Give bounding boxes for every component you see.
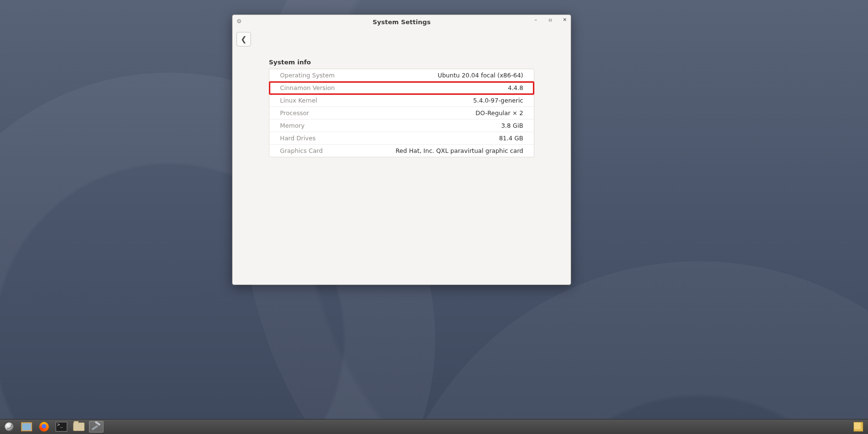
taskbar-show-desktop[interactable] bbox=[19, 421, 34, 433]
info-label: Hard Drives bbox=[280, 135, 316, 142]
taskbar-menu-button[interactable] bbox=[2, 421, 16, 433]
settings-icon bbox=[91, 422, 102, 432]
info-value: 5.4.0-97-generic bbox=[473, 97, 523, 104]
info-value: 3.8 GiB bbox=[501, 122, 523, 129]
firefox-icon bbox=[39, 422, 49, 432]
info-value: Ubuntu 20.04 focal (x86-64) bbox=[438, 72, 523, 79]
window-controls: – ▫ ✕ bbox=[533, 17, 568, 22]
info-label: Cinnamon Version bbox=[280, 84, 335, 91]
taskbar-firefox[interactable] bbox=[37, 421, 51, 433]
terminal-icon bbox=[56, 422, 67, 432]
taskbar-settings[interactable] bbox=[89, 421, 103, 433]
system-settings-window: ⚙ System Settings – ▫ ✕ ❮ System info Op… bbox=[232, 15, 571, 285]
info-label: Linux Kernel bbox=[280, 97, 317, 104]
chevron-left-icon: ❮ bbox=[241, 35, 247, 44]
info-label: Graphics Card bbox=[280, 147, 323, 154]
show-desktop-icon bbox=[21, 422, 32, 432]
files-icon bbox=[73, 422, 85, 431]
info-value: DO-Regular × 2 bbox=[475, 109, 523, 117]
taskbar bbox=[0, 419, 868, 434]
minimize-button[interactable]: – bbox=[533, 17, 539, 22]
wallpaper-swirl bbox=[384, 261, 868, 419]
window-title: System Settings bbox=[233, 18, 571, 26]
info-row-graphics-card: Graphics CardRed Hat, Inc. QXL paravirtu… bbox=[269, 145, 534, 157]
close-button[interactable]: ✕ bbox=[562, 17, 568, 22]
menu-icon bbox=[5, 422, 14, 431]
titlebar[interactable]: ⚙ System Settings – ▫ ✕ bbox=[233, 15, 571, 29]
maximize-button[interactable]: ▫ bbox=[547, 17, 553, 22]
info-label: Operating System bbox=[280, 72, 335, 79]
info-row-processor: ProcessorDO-Regular × 2 bbox=[269, 107, 534, 120]
back-button[interactable]: ❮ bbox=[236, 32, 251, 46]
desktop-wallpaper: ⚙ System Settings – ▫ ✕ ❮ System info Op… bbox=[0, 0, 868, 419]
info-label: Processor bbox=[280, 109, 309, 117]
info-value: Red Hat, Inc. QXL paravirtual graphic ca… bbox=[396, 147, 523, 154]
info-row-memory: Memory3.8 GiB bbox=[269, 120, 534, 132]
info-row-cinnamon-version: Cinnamon Version4.4.8 bbox=[269, 82, 534, 94]
info-label: Memory bbox=[280, 122, 305, 129]
taskbar-terminal[interactable] bbox=[54, 421, 69, 433]
system-tray bbox=[853, 422, 866, 432]
tray-notes-icon[interactable] bbox=[853, 422, 863, 432]
info-value: 4.4.8 bbox=[508, 84, 523, 91]
info-value: 81.4 GB bbox=[499, 135, 523, 142]
info-row-linux-kernel: Linux Kernel5.4.0-97-generic bbox=[269, 94, 534, 107]
info-row-hard-drives: Hard Drives81.4 GB bbox=[269, 132, 534, 145]
taskbar-files[interactable] bbox=[72, 421, 86, 433]
system-info-table: Operating SystemUbuntu 20.04 focal (x86-… bbox=[269, 69, 534, 157]
content-area: System info Operating SystemUbuntu 20.04… bbox=[233, 50, 571, 284]
window-app-icon: ⚙ bbox=[236, 18, 242, 25]
toolbar: ❮ bbox=[233, 29, 571, 50]
info-row-operating-system: Operating SystemUbuntu 20.04 focal (x86-… bbox=[269, 69, 534, 82]
section-title: System info bbox=[269, 59, 534, 66]
